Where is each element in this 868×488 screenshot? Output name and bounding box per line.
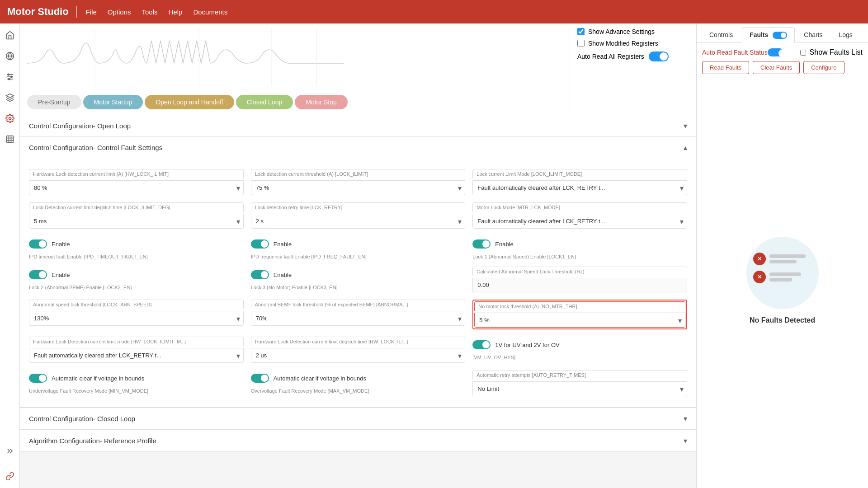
fault-settings-header[interactable]: Control Configuration- Control Fault Set… xyxy=(20,137,696,158)
sidebar-chart-icon[interactable] xyxy=(3,132,17,146)
auto-read-toggle[interactable] xyxy=(768,48,784,56)
tab-faults[interactable]: Faults xyxy=(742,27,795,43)
section-algo-config-title: Algorithm Configuration- Reference Profi… xyxy=(29,437,156,445)
field-lck-retry-select[interactable]: 2 s xyxy=(251,214,466,229)
toggle-lock2: Enable xyxy=(29,267,244,283)
toggle-undervoltage-label: Automatic clear if voltage in bounds xyxy=(52,375,144,382)
sidebar-settings-active-icon[interactable] xyxy=(3,111,17,126)
section-algo-config-chevron: ▾ xyxy=(684,436,687,445)
tab-controls[interactable]: Controls xyxy=(702,27,740,42)
field-hw-lock-ili-select[interactable]: 2 us xyxy=(251,348,466,363)
field-lock-ilimit-select[interactable]: 75 % xyxy=(251,180,466,195)
toggle-lock3: Enable xyxy=(251,267,466,283)
sidebar-sliders-icon[interactable] xyxy=(3,70,17,84)
clear-faults-button[interactable]: Clear Faults xyxy=(753,61,800,74)
field-lock-ilimit-deg-select[interactable]: 5 ms xyxy=(29,214,244,229)
section-algo-config[interactable]: Algorithm Configuration- Reference Profi… xyxy=(20,430,696,452)
field-calc-value: 0.00 xyxy=(472,278,687,292)
read-faults-button[interactable]: Read Faults xyxy=(702,61,749,74)
field-hw-lock-ilimit-m: Hardware Lock Detection current limit mo… xyxy=(29,337,244,363)
step-openloop[interactable]: Open Loop and Handoff xyxy=(145,95,234,109)
field-abnormal-bemf-wrapper: 70% xyxy=(251,311,466,326)
no-faults-icon-area: ✕ ✕ xyxy=(746,237,819,309)
field-no-mtr-thr-label: No motor lock threshold (A) [NO_MTR_THR] xyxy=(474,301,685,311)
auto-read-all-registers-row: Auto Read All Registers xyxy=(577,52,689,61)
step-motorstartup[interactable]: Motor Startup xyxy=(83,95,143,109)
chart-area xyxy=(20,23,570,91)
field-lock3-en: Enable Lock 3 (No Motor) Enable [LOCK3_E… xyxy=(251,267,466,292)
settings-row-3: Enable IPD timeout fault Enable [IPD_TIM… xyxy=(29,232,687,263)
fault-icon-item-1: ✕ xyxy=(753,253,806,265)
show-modified-registers-checkbox[interactable] xyxy=(577,40,585,47)
toggle-lock1-switch[interactable] xyxy=(472,239,491,249)
field-hw-lock-ilimit-m-label: Hardware Lock Detection current limit mo… xyxy=(29,337,244,346)
tab-charts[interactable]: Charts xyxy=(797,27,830,42)
show-advance-settings-checkbox[interactable] xyxy=(577,28,585,35)
auto-read-all-registers-toggle[interactable] xyxy=(649,52,669,61)
menu-options[interactable]: Options xyxy=(108,8,131,16)
sidebar-home-icon[interactable] xyxy=(3,28,17,42)
field-hw-lock-ilimit-wrapper: 80 % xyxy=(29,180,244,195)
auto-read-all-registers-label: Auto Read All Registers xyxy=(577,53,644,60)
configure-button[interactable]: Configure xyxy=(803,61,844,74)
tab-faults-label: Faults xyxy=(750,31,768,38)
toggle-lock2-switch[interactable] xyxy=(29,270,47,279)
faults-tabs: Controls Faults Charts Logs xyxy=(697,23,868,43)
fault-line-2a xyxy=(769,272,801,276)
fault-settings-chevron: ▴ xyxy=(684,143,687,152)
show-faults-row: Show Faults List xyxy=(800,48,863,56)
faults-panel: Controls Faults Charts Logs Auto Read Fa… xyxy=(696,23,868,488)
toggle-ipd-timeout-switch[interactable] xyxy=(29,239,47,249)
toggle-undervoltage-switch[interactable] xyxy=(29,374,47,383)
sidebar-layers-icon[interactable] xyxy=(3,90,17,105)
step-closedloop[interactable]: Closed Loop xyxy=(236,95,293,109)
fault-line-1b xyxy=(769,260,797,263)
toggle-undervoltage: Automatic clear if voltage in bounds xyxy=(29,370,244,386)
step-prestartup[interactable]: Pre-Startup xyxy=(27,95,81,109)
toggle-lock1: Enable xyxy=(472,236,687,252)
fault-icon-circle-1: ✕ xyxy=(753,253,766,265)
faults-tab-toggle[interactable] xyxy=(773,32,787,39)
menu-documents[interactable]: Documents xyxy=(193,8,227,16)
menu-help[interactable]: Help xyxy=(169,8,183,16)
section-closed-loop[interactable]: Control Configuration- Closed Loop ▾ xyxy=(20,408,696,430)
sidebar-globe-icon[interactable] xyxy=(3,49,17,63)
main-content: Control Configuration- Open Loop ▾ Contr… xyxy=(20,115,696,488)
field-hw-lock-ilimit-m-select[interactable]: Fault automatically cleared after LCK_RE… xyxy=(29,348,244,363)
toggle-lock3-switch[interactable] xyxy=(251,270,269,279)
section-fault-settings: Control Configuration- Control Fault Set… xyxy=(20,137,696,408)
field-auto-retry: Automatic retry attempts [AUTO_RETRY_TIM… xyxy=(472,370,687,396)
field-auto-retry-select[interactable]: No Limit xyxy=(472,381,687,396)
tab-logs[interactable]: Logs xyxy=(832,27,860,42)
fault-icon-item-2: ✕ xyxy=(753,271,801,283)
section-open-loop[interactable]: Control Configuration- Open Loop ▾ xyxy=(20,115,696,137)
field-hw-lock-ilimit-select[interactable]: 80 % xyxy=(29,180,244,195)
svg-point-6 xyxy=(10,76,12,77)
toggle-ipd-timeout-label: Enable xyxy=(52,241,70,248)
field-lock-abn-speed-select[interactable]: 130% xyxy=(29,311,244,326)
field-abnormal-bemf-select[interactable]: 70% xyxy=(251,311,466,326)
show-modified-registers-row: Show Modified Registers xyxy=(577,40,689,47)
sidebar-link-icon[interactable] xyxy=(3,469,17,483)
toggle-overvoltage-switch[interactable] xyxy=(251,374,269,383)
toggle-ipd-freq-switch[interactable] xyxy=(251,239,269,249)
field-lock-ilimit-mode-select[interactable]: Fault automatically cleared after LCK_RE… xyxy=(472,180,687,195)
menu-file[interactable]: File xyxy=(86,8,97,16)
chart-pipeline-area: Pre-Startup Motor Startup Open Loop and … xyxy=(20,23,570,115)
svg-point-9 xyxy=(9,117,11,120)
field-mtr-lck-mode-select[interactable]: Fault automatically cleared after LCK_RE… xyxy=(472,214,687,229)
field-lock-abn-speed: Abnormal speed lock threshold [LOCK_ABN_… xyxy=(29,300,244,329)
field-lock1-en: Enable Lock 1 (Abnormal Speed) Enable [L… xyxy=(472,236,687,259)
app-title: Motor Studio xyxy=(7,6,77,18)
menu-tools[interactable]: Tools xyxy=(142,8,158,16)
step-motorstop[interactable]: Motor Stop xyxy=(295,95,347,109)
field-lock-abn-speed-wrapper: 130% xyxy=(29,311,244,326)
toggle-lock1-label: Enable xyxy=(495,241,513,248)
no-faults-area: ✕ ✕ No Faults Detected xyxy=(702,79,863,483)
toggle-vm-uv-ov-switch[interactable] xyxy=(472,340,491,349)
toggle-overvoltage-label: Automatic clear if voltage in bounds xyxy=(274,375,366,382)
show-faults-list-checkbox[interactable] xyxy=(800,50,806,56)
field-no-mtr-thr-select[interactable]: 5 % xyxy=(474,313,685,328)
show-advance-settings-row: Show Advance Settings xyxy=(577,28,689,35)
sidebar-expand-icon[interactable] xyxy=(3,444,17,458)
